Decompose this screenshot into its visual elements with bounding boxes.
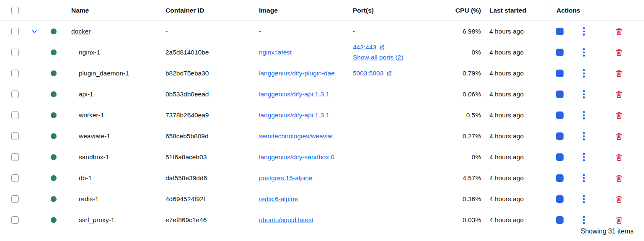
container-name[interactable]: plugin_daemon-1 — [79, 70, 129, 77]
image-cell: langgenius/dify-sandbox:0 — [259, 153, 352, 161]
table-header-row: Name Container ID Image Port(s) CPU (%) … — [0, 0, 644, 21]
row-select-cell — [0, 132, 31, 140]
table-row[interactable]: nginx-1 2a5d814010be nginx:latest 443:44… — [0, 42, 644, 63]
column-header-cpu[interactable]: CPU (%) — [436, 7, 481, 14]
image-link[interactable]: redis:6-alpine — [259, 195, 298, 202]
image-link[interactable]: - — [259, 28, 261, 35]
select-all-checkbox[interactable] — [11, 7, 19, 14]
table-row[interactable]: plugin_daemon-1 b82bd75eba30 langgenius/… — [0, 63, 644, 84]
stop-button[interactable] — [556, 153, 564, 161]
kebab-menu-icon[interactable] — [582, 152, 586, 162]
trash-icon[interactable] — [615, 132, 623, 141]
column-header-image[interactable]: Image — [259, 7, 352, 14]
expand-chevron-icon[interactable] — [31, 28, 38, 35]
ports-cell — [352, 126, 436, 147]
kebab-menu-icon[interactable] — [582, 68, 586, 78]
row-checkbox[interactable] — [11, 91, 19, 98]
row-checkbox[interactable] — [11, 70, 19, 77]
trash-icon[interactable] — [615, 215, 623, 224]
trash-icon[interactable] — [615, 194, 623, 204]
trash-icon[interactable] — [615, 90, 623, 99]
row-checkbox[interactable] — [11, 132, 19, 140]
image-link[interactable]: langgenius/dify-sandbox:0 — [259, 153, 334, 161]
kebab-menu-icon[interactable] — [582, 89, 586, 99]
row-checkbox[interactable] — [11, 49, 19, 56]
image-link[interactable]: langgenius/dify-plugin-dae — [259, 70, 335, 77]
stop-button[interactable] — [556, 91, 564, 98]
row-status-cell — [51, 91, 65, 97]
container-name[interactable]: docker — [71, 28, 91, 35]
table-row[interactable]: weaviate-1 658ceb5b809d semitechnologies… — [0, 126, 644, 147]
stop-button[interactable] — [556, 70, 564, 77]
container-name[interactable]: db-1 — [79, 174, 92, 181]
stop-button[interactable] — [556, 216, 564, 224]
image-link[interactable]: nginx:latest — [259, 49, 292, 56]
stop-button[interactable] — [556, 111, 564, 119]
stop-button[interactable] — [556, 49, 564, 56]
table-row[interactable]: db-1 daf558e39dd6 postgres:15-alpine 4.5… — [0, 168, 644, 189]
kebab-menu-icon[interactable] — [582, 215, 586, 224]
container-name[interactable]: api-1 — [79, 91, 93, 98]
image-link[interactable]: postgres:15-alpine — [259, 174, 313, 181]
kebab-menu-icon[interactable] — [582, 173, 586, 183]
column-header-container-id[interactable]: Container ID — [166, 7, 259, 14]
trash-icon[interactable] — [615, 27, 623, 36]
container-id-cell: 0b533db0eead — [166, 91, 259, 98]
row-select-cell — [0, 28, 31, 35]
image-link[interactable]: semitechnologies/weaviat — [259, 132, 333, 140]
row-select-cell — [0, 153, 31, 161]
cpu-value: 0.27% — [436, 132, 481, 140]
container-name[interactable]: nginx-1 — [79, 49, 100, 56]
row-checkbox[interactable] — [11, 216, 19, 224]
row-checkbox[interactable] — [11, 111, 19, 119]
kebab-menu-icon[interactable] — [582, 110, 586, 120]
trash-icon[interactable] — [615, 174, 623, 183]
table-row[interactable]: ssrf_proxy-1 e7ef869c1e46 ubuntu/squid:l… — [0, 210, 644, 224]
actions-divider — [602, 66, 602, 81]
container-name[interactable]: redis-1 — [79, 195, 98, 202]
kebab-menu-icon[interactable] — [582, 47, 586, 57]
external-link-icon[interactable] — [386, 70, 392, 77]
port-link[interactable]: 5003:5003 — [353, 68, 383, 78]
image-link[interactable]: langgenius/dify-api:1.3.1 — [259, 111, 329, 119]
actions-cell — [548, 84, 644, 105]
table-row[interactable]: worker-1 7378b2640ea9 langgenius/dify-ap… — [0, 105, 644, 126]
container-name-cell: db-1 — [65, 174, 166, 182]
table-row[interactable]: api-1 0b533db0eead langgenius/dify-api:1… — [0, 84, 644, 105]
row-checkbox[interactable] — [11, 153, 19, 161]
stop-button[interactable] — [556, 28, 564, 35]
container-name[interactable]: weaviate-1 — [79, 132, 110, 140]
table-row[interactable]: sandbox-1 51f6a8aceb03 langgenius/dify-s… — [0, 147, 644, 168]
show-all-ports-link[interactable]: Show all ports (2) — [353, 52, 436, 62]
column-header-last-started[interactable]: Last started — [481, 7, 548, 14]
stop-button[interactable] — [556, 132, 564, 140]
column-header-actions: Actions — [548, 0, 644, 21]
trash-icon[interactable] — [615, 69, 623, 78]
row-checkbox[interactable] — [11, 174, 19, 182]
container-name[interactable]: ssrf_proxy-1 — [79, 216, 114, 223]
kebab-menu-icon[interactable] — [582, 194, 586, 204]
port-link[interactable]: 443:443 — [353, 42, 376, 52]
row-checkbox[interactable] — [11, 195, 19, 203]
stop-button[interactable] — [556, 174, 564, 182]
column-header-name[interactable]: Name — [65, 7, 166, 14]
actions-cell — [548, 63, 644, 84]
actions-cell — [548, 168, 644, 189]
row-select-cell — [0, 174, 31, 182]
stop-button[interactable] — [556, 195, 564, 203]
trash-icon[interactable] — [615, 153, 623, 162]
kebab-menu-icon[interactable] — [582, 131, 586, 141]
kebab-menu-icon[interactable] — [582, 26, 586, 36]
container-name[interactable]: worker-1 — [79, 111, 104, 119]
trash-icon[interactable] — [615, 111, 623, 120]
image-link[interactable]: langgenius/dify-api:1.3.1 — [259, 91, 329, 98]
external-link-icon[interactable] — [379, 44, 385, 51]
table-row[interactable]: redis-1 4d694524f92f redis:6-alpine 0.36… — [0, 189, 644, 210]
row-checkbox[interactable] — [11, 28, 19, 35]
container-name[interactable]: sandbox-1 — [79, 153, 109, 161]
table-row[interactable]: docker - - - 6.98% 4 hours ago — [0, 21, 644, 42]
status-dot-icon — [51, 175, 57, 181]
column-header-ports[interactable]: Port(s) — [352, 0, 436, 21]
trash-icon[interactable] — [615, 48, 623, 57]
image-link[interactable]: ubuntu/squid:latest — [259, 216, 313, 223]
